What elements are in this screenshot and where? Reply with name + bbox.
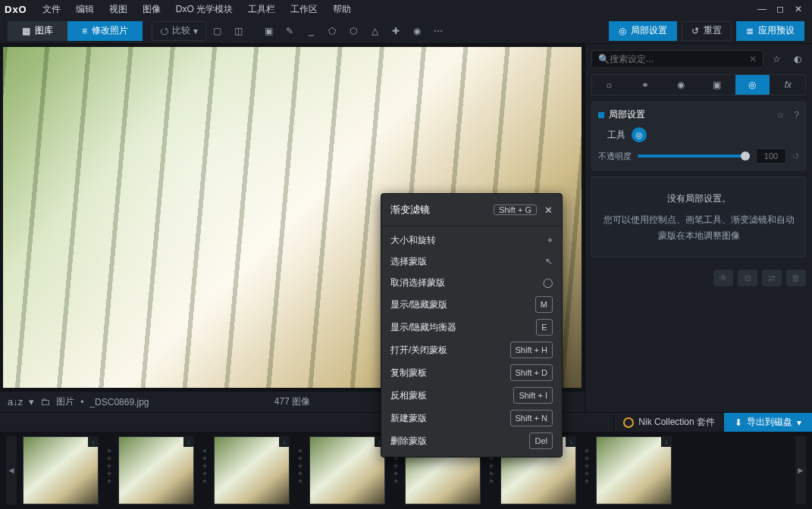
- crop-button[interactable]: ▣: [258, 21, 279, 41]
- context-item-label: 显示/隐藏蒙版: [390, 297, 447, 312]
- perspective1-button[interactable]: ⬠: [321, 21, 343, 41]
- context-menu-separator: [381, 226, 562, 226]
- search-icon: 🔍: [598, 54, 610, 64]
- menu-image[interactable]: 图像: [135, 3, 168, 16]
- context-item-key: E: [536, 319, 553, 336]
- context-item-2[interactable]: 取消选择蒙版◯: [381, 272, 562, 293]
- context-item-7[interactable]: 反相蒙板Shift + I: [381, 384, 562, 407]
- perspective2-button[interactable]: ⬡: [343, 21, 364, 41]
- thumbnail[interactable]: ★★★★★↓: [23, 436, 99, 504]
- thumbnail-badge: ↓: [183, 436, 194, 447]
- context-item-label: 新建蒙版: [390, 411, 427, 426]
- context-item-0[interactable]: 大小和旋转⌖: [381, 230, 562, 251]
- window-maximize-button[interactable]: ◻: [771, 4, 789, 14]
- eyedropper-icon: ✎: [286, 26, 293, 36]
- context-item-4[interactable]: 显示/隐藏均衡器E: [381, 316, 562, 339]
- invert-button[interactable]: ⇄: [762, 270, 782, 286]
- search-input[interactable]: [610, 54, 749, 64]
- app-logo: DxO: [5, 4, 27, 15]
- panel-title: 局部设置: [609, 108, 645, 121]
- window-close-button[interactable]: ✕: [789, 4, 807, 14]
- duplicate-button[interactable]: ⧉: [738, 270, 757, 286]
- repair-button[interactable]: ✚: [385, 21, 406, 41]
- export-button[interactable]: ⬇ 导出到磁盘 ▾: [724, 413, 812, 432]
- toggle-icon[interactable]: ◐: [789, 51, 806, 67]
- thumbnail[interactable]: ★★★★★↓: [214, 436, 290, 504]
- tab-color[interactable]: ⚭: [628, 75, 662, 95]
- split-view-button[interactable]: ◫: [227, 21, 249, 41]
- tab-geom[interactable]: ▣: [700, 75, 734, 95]
- grid-icon: ▦: [22, 26, 30, 36]
- opacity-slider[interactable]: [638, 155, 750, 158]
- more-tools-button[interactable]: ⋯: [428, 21, 449, 41]
- slider-thumb[interactable]: [741, 151, 750, 161]
- rating-stars: ★★★★★: [584, 447, 590, 485]
- menu-workspace[interactable]: 工作区: [283, 3, 325, 16]
- thumbnail[interactable]: ★★★★★↓: [118, 436, 194, 504]
- clear-search-icon[interactable]: ✕: [749, 54, 757, 64]
- tab-detail[interactable]: ◉: [663, 75, 698, 95]
- menu-view[interactable]: 视图: [102, 3, 135, 16]
- menu-file[interactable]: 文件: [35, 3, 68, 16]
- nik-label: Nik Collection 套件: [638, 416, 715, 429]
- panel-star-icon[interactable]: ☆: [776, 110, 785, 120]
- context-item-key: Del: [529, 432, 553, 449]
- panel-header[interactable]: 局部设置 ☆ ?: [598, 108, 799, 121]
- menu-optics[interactable]: DxO 光学模块: [168, 3, 240, 16]
- context-item-8[interactable]: 新建蒙版Shift + N: [381, 407, 562, 429]
- context-item-3[interactable]: 显示/隐藏蒙版M: [381, 293, 562, 316]
- search-box[interactable]: 🔍 ✕: [591, 50, 763, 68]
- panel-help-icon[interactable]: ?: [794, 110, 799, 120]
- context-item-6[interactable]: 复制蒙板Shift + D: [381, 361, 562, 384]
- reset-icon: ↺: [691, 26, 699, 36]
- context-menu-close-button[interactable]: ✕: [544, 205, 553, 216]
- star-icon[interactable]: ☆: [768, 51, 785, 67]
- right-buttons: ◎ 局部设置 ↺ 重置 ≣ 应用预设: [609, 21, 804, 41]
- compare-button[interactable]: ⭯ 比较 ▾: [152, 21, 206, 41]
- eyedropper-button[interactable]: ✎: [279, 21, 300, 41]
- reset-button[interactable]: ↺ 重置: [682, 21, 732, 41]
- empty-state: 没有局部设置。 您可以使用控制点、画笔工具、渐变滤镜和自动蒙版在本地调整图像: [591, 176, 806, 258]
- opacity-reset-icon[interactable]: ↺: [792, 151, 799, 161]
- filmstrip-left-button[interactable]: ◄: [6, 436, 17, 504]
- context-item-key: Shift + I: [513, 387, 553, 404]
- window-minimize-button[interactable]: —: [753, 4, 771, 14]
- thumbnail[interactable]: ★★★★★↓: [596, 436, 672, 504]
- context-item-label: 大小和旋转: [390, 233, 436, 248]
- tab-develop[interactable]: ≡ 修改照片: [67, 21, 143, 41]
- context-item-key: Shift + H: [510, 342, 553, 358]
- tab-fx[interactable]: fx: [771, 75, 805, 95]
- local-tool-button[interactable]: ◎: [632, 127, 647, 142]
- panel-enabled-dot: [598, 112, 604, 118]
- nik-collection-button[interactable]: Nik Collection 套件: [613, 413, 724, 432]
- single-view-button[interactable]: ▢: [206, 21, 227, 41]
- tab-library[interactable]: ▦ 图库: [8, 21, 67, 41]
- mask-view-button[interactable]: 👁: [713, 270, 733, 286]
- redeye-button[interactable]: ◉: [406, 21, 428, 41]
- local-adjust-button[interactable]: ◎ 局部设置: [609, 21, 677, 41]
- perspective3-button[interactable]: △: [364, 21, 385, 41]
- filmstrip-right-button[interactable]: ►: [795, 436, 806, 504]
- dots-icon: ⋯: [434, 26, 443, 36]
- menu-toolbar[interactable]: 工具栏: [240, 3, 283, 16]
- context-item-1[interactable]: 选择蒙版↖: [381, 251, 562, 272]
- folder-icon: 🗀: [40, 396, 50, 408]
- menu-edit[interactable]: 编辑: [68, 3, 102, 16]
- horizon-button[interactable]: ⎯: [300, 21, 321, 41]
- apply-preset-label: 应用预设: [758, 24, 795, 37]
- delete-button[interactable]: 🗑: [786, 270, 806, 286]
- tab-light[interactable]: ☼: [592, 75, 626, 95]
- opacity-value[interactable]: 100: [756, 148, 786, 164]
- context-item-5[interactable]: 打开/关闭蒙板Shift + H: [381, 339, 562, 361]
- context-item-9[interactable]: 删除蒙版Del: [381, 429, 562, 452]
- search-row: 🔍 ✕ ☆ ◐: [591, 50, 806, 68]
- empty-desc: 您可以使用控制点、画笔工具、渐变滤镜和自动蒙版在本地调整图像: [600, 212, 798, 243]
- tab-local[interactable]: ◎: [735, 75, 770, 95]
- sort-icon[interactable]: a↓z: [8, 396, 23, 408]
- filter-icon[interactable]: ▾: [29, 396, 34, 408]
- menu-help[interactable]: 帮助: [325, 3, 359, 16]
- apply-preset-button[interactable]: ≣ 应用预设: [736, 21, 804, 41]
- folder-label: 图片: [56, 395, 74, 408]
- target3-icon: ◎: [635, 130, 643, 140]
- thumbnail[interactable]: ★★★★★↓: [309, 436, 385, 504]
